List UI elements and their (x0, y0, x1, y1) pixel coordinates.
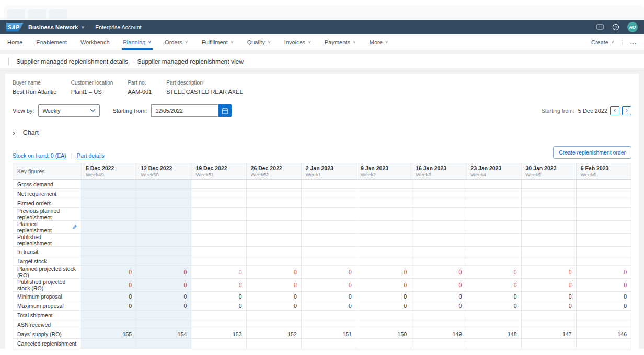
value-cell[interactable] (246, 221, 301, 234)
row-label-wrap: Maximum proposal (17, 303, 77, 309)
key-figures-table: Key figures5 Dec 2022Week4912 Dec 2022We… (13, 163, 631, 355)
help-icon[interactable]: ? (612, 23, 620, 31)
view-by-select[interactable]: Weekly (38, 104, 100, 117)
value-cell: 0 (466, 266, 521, 279)
value-cell (191, 311, 246, 320)
value-cell[interactable] (82, 221, 136, 234)
user-avatar[interactable]: AO (627, 22, 638, 32)
nav-item-enablement[interactable]: Enablement (29, 34, 74, 50)
value-cell (411, 208, 466, 221)
value-cell: 147 (521, 329, 576, 339)
value-cell[interactable] (191, 221, 246, 234)
content-card: Buyer nameBest Run AtlanticCustomer loca… (5, 74, 639, 355)
value-cell[interactable] (411, 221, 466, 234)
value-cell: 0 (82, 292, 136, 301)
table-row: Days' supply (RO)15515415315215115014914… (13, 329, 631, 339)
divider (8, 58, 9, 65)
overflow-menu-button[interactable]: ... (630, 39, 637, 45)
value-cell: 0 (246, 301, 301, 311)
nav-item-more[interactable]: More∨ (363, 34, 395, 50)
value-cell: 0 (356, 266, 411, 279)
value-cell (356, 198, 411, 208)
nav-item-fulfillment[interactable]: Fulfillment∨ (195, 34, 240, 50)
nav-item-planning[interactable]: Planning∨ (117, 34, 158, 50)
nav-item-home[interactable]: Home (7, 34, 29, 50)
value-cell (576, 320, 631, 329)
create-button[interactable]: Create ∨ (591, 39, 614, 45)
value-cell (521, 198, 576, 208)
feedback-icon[interactable] (596, 23, 604, 31)
row-label-wrap: Published projected stock (RO) (17, 279, 77, 291)
column-week: Week50 (141, 172, 187, 178)
value-cell: 146 (576, 329, 631, 339)
calendar-icon[interactable] (218, 104, 232, 117)
create-replenishment-order-button[interactable]: Create replenishment order (553, 146, 631, 159)
value-cell[interactable] (466, 221, 521, 234)
previous-period-button[interactable]: ‹ (610, 106, 619, 115)
value-cell (411, 189, 466, 198)
value-cell (136, 311, 191, 320)
row-label-minimum-proposal: Minimum proposal (13, 292, 82, 301)
value-cell: 0 (246, 266, 301, 279)
value-cell (301, 339, 356, 348)
value-cell (466, 208, 521, 221)
next-period-button[interactable]: › (622, 106, 631, 115)
value-cell (411, 311, 466, 320)
nav-items: HomeEnablementWorkbenchPlanning∨Orders∨F… (7, 34, 395, 50)
info-field-label: Part no. (128, 80, 152, 86)
value-cell[interactable] (356, 221, 411, 234)
value-cell (191, 189, 246, 198)
value-cell: 0 (136, 301, 191, 311)
nav-item-workbench[interactable]: Workbench (74, 34, 116, 50)
value-cell[interactable] (136, 221, 191, 234)
row-label-days-supply-ro: Days' supply (RO) (13, 329, 82, 339)
chevron-down-icon: ∨ (611, 40, 614, 44)
value-cell: 0 (82, 301, 136, 311)
row-label-text: Net requirement (17, 191, 56, 197)
edit-icon[interactable]: ✎ (72, 224, 77, 231)
column-date: 30 Jan 2023 (526, 165, 572, 171)
chart-section-toggle[interactable]: › Chart (13, 128, 631, 137)
value-cell (521, 234, 576, 247)
nav-item-orders[interactable]: Orders∨ (158, 34, 194, 50)
table-row: Gross demand (13, 180, 631, 189)
value-cell: 0 (136, 266, 191, 279)
nav-item-payments[interactable]: Payments∨ (318, 34, 363, 50)
value-cell (191, 247, 246, 256)
value-cell (301, 180, 356, 189)
starting-from-input[interactable]: 12/05/2022 (151, 104, 218, 117)
value-cell: 0 (301, 292, 356, 301)
stock-on-hand-link[interactable]: Stock on hand: 0 (EA) (13, 152, 66, 159)
value-cell (82, 320, 136, 329)
row-label-text: Canceled replenishment (17, 340, 76, 347)
value-cell[interactable] (521, 221, 576, 234)
value-cell: 0 (521, 279, 576, 292)
chart-section-label: Chart (23, 129, 39, 136)
row-label-in-transit: In transit (13, 247, 82, 256)
column-date: 16 Jan 2023 (416, 165, 462, 171)
value-cell[interactable] (301, 221, 356, 234)
value-cell (466, 247, 521, 256)
row-label-text: Maximum proposal (17, 303, 64, 309)
nav-item-invoices[interactable]: Invoices∨ (278, 34, 318, 50)
value-cell (466, 339, 521, 348)
view-by-value: Weekly (42, 108, 60, 114)
column-date: 9 Jan 2023 (361, 165, 407, 171)
value-cell: 0 (136, 279, 191, 292)
part-details-link[interactable]: Part details (77, 152, 105, 159)
product-name[interactable]: Business Network (28, 24, 78, 30)
row-label-wrap: Target stock (17, 258, 77, 264)
value-cell[interactable] (576, 221, 631, 234)
row-label-planned-projected-stock-ro: Planned projected stock (RO) (13, 266, 82, 279)
starting-from-label: Starting from: (112, 108, 147, 114)
value-cell: 0 (356, 279, 411, 292)
nav-item-label: Quality (247, 39, 265, 45)
value-cell: 0 (576, 279, 631, 292)
account-type-label: Enterprise Account (95, 24, 141, 30)
value-cell (82, 198, 136, 208)
info-field-label: Part description (166, 80, 243, 86)
nav-item-quality[interactable]: Quality∨ (240, 34, 278, 50)
value-cell: 0 (466, 292, 521, 301)
value-cell (82, 189, 136, 198)
week-column-header: 2 Jan 2023Week1 (301, 163, 356, 180)
